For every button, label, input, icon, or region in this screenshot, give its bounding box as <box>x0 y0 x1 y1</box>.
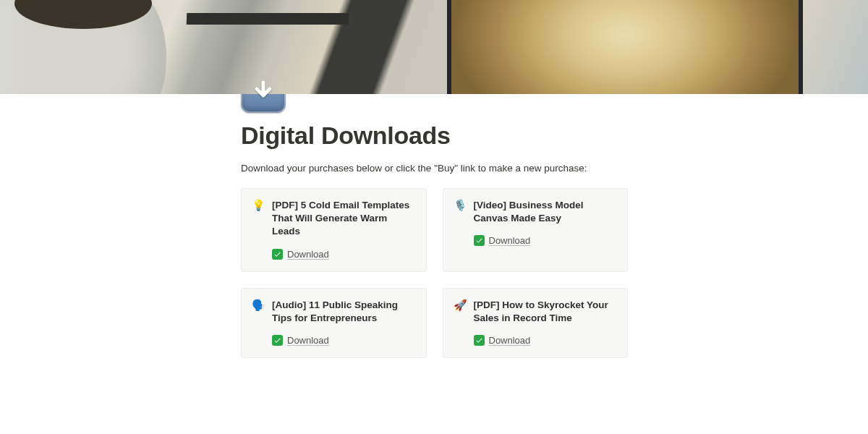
check-icon <box>474 235 485 246</box>
download-title: [Audio] 11 Public Speaking Tips for Entr… <box>272 299 416 325</box>
download-card[interactable]: 🎙️ [Video] Business Model Canvas Made Ea… <box>443 188 629 272</box>
intro-text: Download your purchases below or click t… <box>241 163 628 174</box>
download-link[interactable]: Download <box>287 249 329 260</box>
check-icon <box>272 335 283 346</box>
download-title: [PDF] How to Skyrocket Your Sales in Rec… <box>474 299 618 325</box>
arrow-down-icon <box>250 77 276 103</box>
microphone-icon: 🎙️ <box>454 199 467 212</box>
cover-image <box>0 0 868 94</box>
page-content: Digital Downloads Download your purchase… <box>241 68 628 358</box>
download-link[interactable]: Download <box>287 335 329 346</box>
lightbulb-icon: 💡 <box>252 199 265 212</box>
download-card[interactable]: 💡 [PDF] 5 Cold Email Templates That Will… <box>241 188 427 272</box>
download-card[interactable]: 🚀 [PDF] How to Skyrocket Your Sales in R… <box>443 288 629 358</box>
downloads-grid: 💡 [PDF] 5 Cold Email Templates That Will… <box>241 188 628 358</box>
download-card[interactable]: 🗣️ [Audio] 11 Public Speaking Tips for E… <box>241 288 427 358</box>
speaking-head-icon: 🗣️ <box>252 299 265 312</box>
download-link[interactable]: Download <box>489 335 531 346</box>
download-title: [Video] Business Model Canvas Made Easy <box>474 199 618 225</box>
check-icon <box>474 335 485 346</box>
download-title: [PDF] 5 Cold Email Templates That Will G… <box>272 199 416 239</box>
check-icon <box>272 249 283 260</box>
rocket-icon: 🚀 <box>454 299 467 312</box>
download-link[interactable]: Download <box>489 235 531 246</box>
page-title: Digital Downloads <box>241 122 628 150</box>
